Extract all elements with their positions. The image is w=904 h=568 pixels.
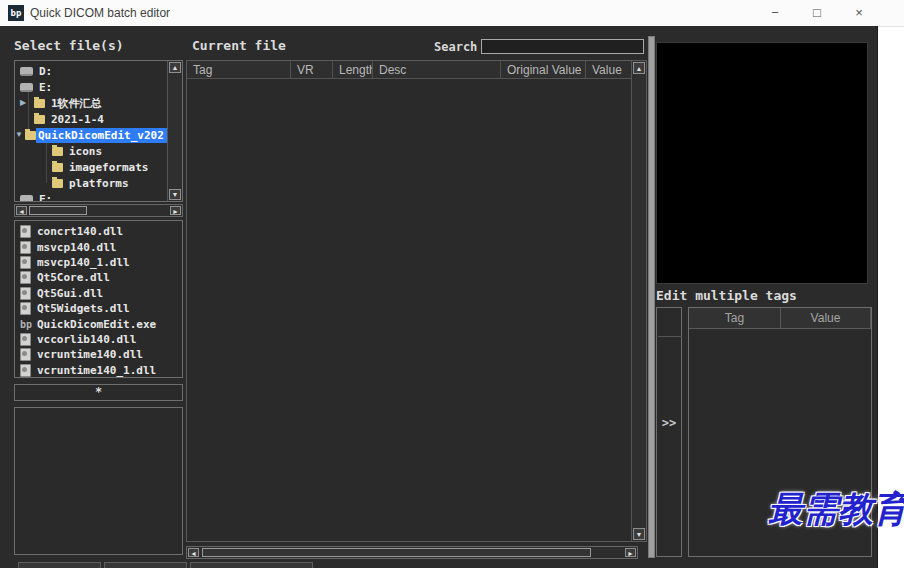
tree-item-label: icons: [69, 145, 102, 158]
file-name: Qt5Widgets.dll: [37, 302, 130, 315]
dll-file-icon: [20, 333, 31, 346]
tree-item-drive-f[interactable]: F:: [15, 191, 165, 202]
tree-horizontal-scrollbar[interactable]: ◄ ►: [14, 204, 183, 217]
transfer-strip: >>: [656, 307, 682, 557]
strip-divider: [658, 336, 682, 337]
current-file-header: Current file: [192, 38, 286, 53]
tree-item-folder-quickdicomedit[interactable]: ▼ QuickDicomEdit_v202: [15, 127, 165, 143]
file-name: Qt5Core.dll: [37, 271, 110, 284]
expand-expanded-icon[interactable]: ▼: [15, 127, 25, 143]
scroll-left-icon[interactable]: ◄: [188, 548, 199, 557]
title-bar: bp Quick DICOM batch editor − □ ×: [0, 0, 904, 27]
file-item[interactable]: Qt5Widgets.dll: [15, 301, 182, 316]
bp-exe-icon: bp: [20, 319, 31, 330]
bottom-button-sliver: [190, 562, 313, 568]
folder-icon: [25, 131, 36, 140]
search-input[interactable]: [481, 39, 644, 54]
tree-item-label: F:: [39, 193, 52, 203]
tree-vertical-scrollbar[interactable]: ▲ ▼: [167, 61, 182, 201]
file-item[interactable]: vcruntime140.dll: [15, 347, 182, 362]
column-header-desc[interactable]: Desc: [373, 61, 501, 79]
selected-files-list: [14, 407, 183, 555]
dll-file-icon: [20, 241, 31, 254]
edit-multiple-tags-header: Edit multiple tags: [656, 288, 797, 303]
select-files-header: Select file(s): [14, 38, 124, 53]
main-body: Select file(s) D: E: ▶ 1软件汇总 2021-1-4: [0, 26, 878, 568]
add-files-button[interactable]: *: [14, 384, 183, 401]
file-item[interactable]: Qt5Gui.dll: [15, 286, 182, 301]
minimize-button[interactable]: −: [755, 0, 795, 26]
scroll-right-icon[interactable]: ►: [170, 206, 181, 215]
dicom-tag-table: Tag VR Length Desc Original Value Value …: [186, 60, 647, 542]
file-item[interactable]: Qt5Core.dll: [15, 270, 182, 285]
dll-file-icon: [20, 348, 31, 361]
folder-icon: [52, 147, 63, 156]
column-header-tag[interactable]: Tag: [187, 61, 291, 79]
bottom-button-sliver: [104, 562, 187, 568]
tree-item-folder-software[interactable]: ▶ 1软件汇总: [15, 95, 165, 111]
tree-item-label: E:: [39, 81, 52, 94]
file-name: msvcp140_1.dll: [37, 256, 130, 269]
folder-tree: D: E: ▶ 1软件汇总 2021-1-4 ▼ QuickDicomEdit_…: [14, 60, 183, 202]
tree-item-drive-d[interactable]: D:: [15, 63, 165, 79]
file-name: QuickDicomEdit.exe: [37, 318, 156, 331]
tree-item-label: 1软件汇总: [51, 96, 102, 111]
scroll-left-icon[interactable]: ◄: [16, 206, 27, 215]
drive-icon: [20, 195, 33, 203]
scroll-down-icon[interactable]: ▼: [633, 528, 645, 540]
tree-item-folder-2021-1-4[interactable]: 2021-1-4: [15, 111, 165, 127]
tree-item-label: 2021-1-4: [51, 113, 104, 126]
file-item[interactable]: vcruntime140_1.dll: [15, 363, 182, 378]
transfer-tags-button[interactable]: >>: [657, 416, 681, 430]
file-item-exe[interactable]: bp QuickDicomEdit.exe: [15, 316, 182, 331]
file-name: msvcp140.dll: [37, 241, 116, 254]
file-list: concrt140.dll msvcp140.dll msvcp140_1.dl…: [14, 220, 183, 378]
dll-file-icon: [20, 287, 31, 300]
dll-file-icon: [20, 271, 31, 284]
pane-splitter-handle[interactable]: [648, 36, 655, 558]
tree-item-folder-icons[interactable]: icons: [15, 143, 165, 159]
dll-file-icon: [20, 364, 31, 377]
scroll-right-icon[interactable]: ►: [625, 548, 636, 557]
drive-icon: [20, 83, 33, 92]
folder-icon: [52, 163, 63, 172]
column-header-length[interactable]: Length: [333, 61, 373, 79]
table-horizontal-scrollbar[interactable]: ◄ ►: [186, 546, 638, 559]
maximize-button[interactable]: □: [797, 0, 837, 26]
scroll-up-icon[interactable]: ▲: [633, 62, 645, 74]
file-name: vcruntime140_1.dll: [37, 364, 156, 377]
file-item[interactable]: msvcp140.dll: [15, 239, 182, 254]
tree-item-folder-platforms[interactable]: platforms: [15, 175, 165, 191]
edit-column-header-tag[interactable]: Tag: [689, 308, 781, 329]
column-header-original-value[interactable]: Original Value: [501, 61, 586, 79]
folder-icon: [52, 179, 63, 188]
tree-item-folder-imageformats[interactable]: imageformats: [15, 159, 165, 175]
tree-item-label: D:: [39, 65, 52, 78]
file-item[interactable]: concrt140.dll: [15, 224, 182, 239]
dll-file-icon: [20, 302, 31, 315]
column-header-value[interactable]: Value: [586, 61, 633, 79]
column-header-vr[interactable]: VR: [291, 61, 333, 79]
scrollbar-thumb[interactable]: [29, 206, 87, 215]
tree-item-drive-e[interactable]: E:: [15, 79, 165, 95]
app-window: bp Quick DICOM batch editor − □ × Select…: [0, 0, 904, 568]
scroll-up-icon[interactable]: ▲: [169, 62, 181, 73]
scrollbar-thumb[interactable]: [202, 548, 591, 557]
file-item[interactable]: msvcp140_1.dll: [15, 255, 182, 270]
file-name: Qt5Gui.dll: [37, 287, 103, 300]
table-vertical-scrollbar[interactable]: ▲ ▼: [631, 61, 646, 541]
file-item[interactable]: vccorlib140.dll: [15, 332, 182, 347]
file-name: vcruntime140.dll: [37, 348, 143, 361]
tree-item-label: imageformats: [69, 161, 148, 174]
tree-item-label: platforms: [69, 177, 129, 190]
folder-icon: [34, 115, 45, 124]
bottom-button-sliver: [18, 562, 101, 568]
window-title: Quick DICOM batch editor: [30, 6, 170, 20]
close-button[interactable]: ×: [839, 0, 879, 26]
scroll-down-icon[interactable]: ▼: [169, 189, 181, 200]
tree-item-label-selected: QuickDicomEdit_v202: [36, 128, 167, 143]
expand-collapsed-icon[interactable]: ▶: [20, 95, 30, 111]
folder-icon: [34, 99, 45, 108]
dll-file-icon: [20, 225, 31, 238]
edit-column-header-value[interactable]: Value: [781, 308, 871, 329]
